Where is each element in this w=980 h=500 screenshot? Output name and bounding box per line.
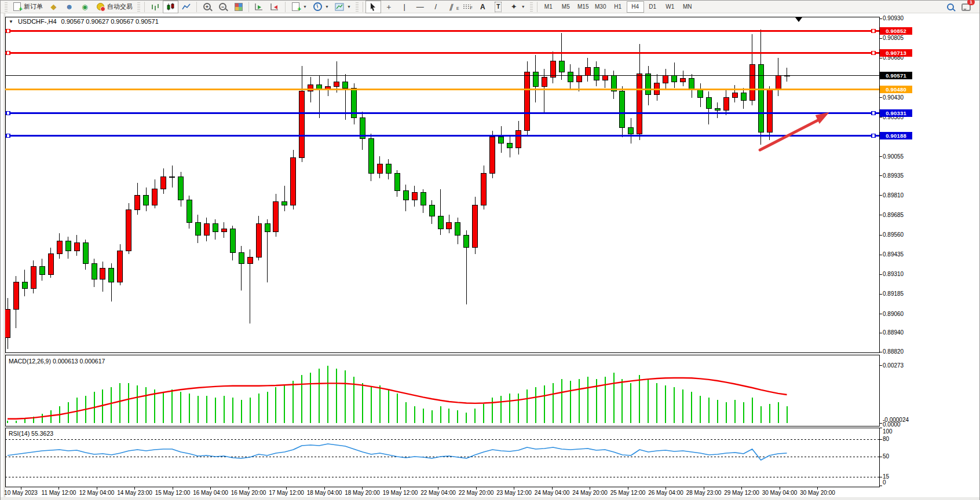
line-handle[interactable] [6, 29, 10, 32]
line-chart-mode-button[interactable] [178, 1, 194, 13]
line-handle[interactable] [6, 51, 10, 54]
add-indicator-icon [291, 2, 301, 12]
chevron-down-icon: ▼ [325, 5, 329, 9]
zoom-in-icon: + [202, 2, 212, 12]
window-bottom-edge [1, 497, 979, 500]
vline-tool-button[interactable]: | [397, 1, 412, 13]
fibonacci-tool-button[interactable] [459, 1, 475, 13]
profile-button[interactable]: ☻ [61, 1, 77, 13]
toolbar-grip[interactable] [530, 2, 533, 12]
price-tick: 0.89435 [883, 251, 904, 258]
timeframe-MN[interactable]: MN [679, 1, 696, 13]
periods-button[interactable]: ▼ [310, 1, 332, 13]
timeframe-D1[interactable]: D1 [644, 1, 661, 13]
line-handle[interactable] [872, 112, 875, 115]
price-badge-resistance: 0.90852 [880, 27, 912, 35]
time-label: 25 May 12:00 [610, 490, 646, 496]
price-badge-support: 0.90188 [880, 132, 912, 139]
signals-icon: ◉ [80, 2, 90, 12]
timeframe-W1[interactable]: W1 [661, 1, 679, 13]
auto-scroll-icon [254, 2, 264, 12]
main-toolbar: 新订单 ◆ ☻ ◉ 自动交易 + − [1, 1, 979, 13]
time-label: 18 May 20:00 [345, 490, 380, 496]
price-badge-support: 0.90331 [880, 109, 912, 117]
trendline-icon: / [431, 2, 441, 12]
autotrade-button[interactable]: 自动交易 [93, 1, 136, 13]
signals-button[interactable]: ◉ [77, 1, 93, 13]
toolbar-grip[interactable] [137, 2, 140, 12]
price-tick: 0.89810 [883, 192, 904, 198]
chart-ohlc-values: 0.90567 0.90627 0.90567 0.90571 [61, 18, 159, 25]
toolbar-grip[interactable] [5, 2, 8, 12]
zoom-out-button[interactable]: − [215, 1, 231, 13]
cursor-tool-button[interactable] [365, 1, 381, 13]
auto-scroll-button[interactable] [251, 1, 267, 13]
price-tick: 0.90430 [883, 94, 904, 101]
price-badge-current: 0.90571 [880, 72, 912, 79]
text-tool-button[interactable]: A [475, 1, 491, 13]
separator [363, 2, 363, 12]
time-label: 16 May 04:00 [193, 490, 228, 496]
separator [248, 2, 249, 12]
rsi-axis-label: 0 [883, 479, 886, 486]
line-handle[interactable] [6, 134, 10, 138]
indicators-button[interactable]: ▼ [288, 1, 310, 13]
timeframe-H4[interactable]: H4 [627, 1, 644, 13]
tile-windows-button[interactable] [231, 1, 246, 13]
separator [196, 2, 197, 12]
chart-menu-icon[interactable]: ▼ [9, 19, 13, 24]
separator [144, 2, 145, 12]
text-label-icon: T [493, 2, 503, 12]
timeframe-group: M1M5M15M30H1H4D1W1MN [540, 1, 696, 13]
line-handle[interactable] [872, 29, 875, 32]
time-label: 16 May 20:00 [231, 490, 266, 496]
timeframe-M15[interactable]: M15 [575, 1, 592, 13]
text-label-tool-button[interactable]: T [491, 1, 506, 13]
trendline-tool-button[interactable]: / [428, 1, 444, 13]
templates-button[interactable]: ▼ [332, 1, 354, 13]
timeframe-H1[interactable]: H1 [609, 1, 627, 13]
autotrade-icon [96, 2, 105, 12]
rsi-axis-label: 100 [883, 428, 893, 435]
chart-shift-button[interactable] [267, 1, 283, 13]
crosshair-tool-button[interactable]: ＋ [381, 1, 397, 13]
timeframe-M30[interactable]: M30 [592, 1, 609, 13]
shapes-tool-button[interactable]: ✦▼ [506, 1, 528, 13]
zoom-in-button[interactable]: + [199, 1, 215, 13]
time-label: 22 May 04:00 [420, 490, 456, 496]
separator [285, 2, 286, 12]
line-handle[interactable] [6, 112, 10, 115]
macd-name: MACD(12,26,9) [9, 358, 51, 365]
new-order-button[interactable]: 新订单 [9, 1, 46, 13]
market-watch-button[interactable]: ◆ [46, 1, 61, 13]
chevron-down-icon: ▼ [521, 5, 525, 9]
macd-axis-label: 0.0000 [883, 421, 901, 428]
channel-tool-button[interactable]: ∥ [444, 1, 459, 13]
line-handle[interactable] [872, 51, 875, 54]
candlestick-mode-button[interactable] [163, 1, 178, 13]
text-icon: A [478, 2, 488, 12]
search-icon [945, 2, 955, 12]
chart-area[interactable] [1, 1, 980, 500]
price-tick: 0.90930 [883, 15, 904, 21]
bar-chart-mode-button[interactable] [147, 1, 163, 13]
time-label: 22 May 20:00 [459, 490, 494, 496]
autotrade-label: 自动交易 [107, 2, 133, 11]
time-label: 14 May 23:00 [117, 490, 152, 496]
notifications-button[interactable]: 1 [958, 1, 974, 13]
chevron-down-icon: ▼ [347, 5, 351, 9]
line-handle[interactable] [872, 134, 875, 138]
horizontal-line-icon: — [415, 2, 425, 12]
rsi-name: RSI(14) [9, 430, 30, 437]
hline-tool-button[interactable]: — [412, 1, 428, 13]
rsi-axis-label: 80 [883, 436, 889, 442]
price-badge-pivot: 0.90480 [880, 86, 912, 93]
search-button[interactable] [942, 1, 958, 13]
toolbar-grip[interactable] [356, 2, 359, 12]
cursor-icon [368, 2, 378, 12]
timeframe-M5[interactable]: M5 [557, 1, 575, 13]
price-tick: 0.90055 [883, 153, 904, 160]
equidistant-channel-icon: ∥ [445, 2, 458, 12]
timeframe-M1[interactable]: M1 [540, 1, 557, 13]
window-left-edge [1, 13, 5, 497]
